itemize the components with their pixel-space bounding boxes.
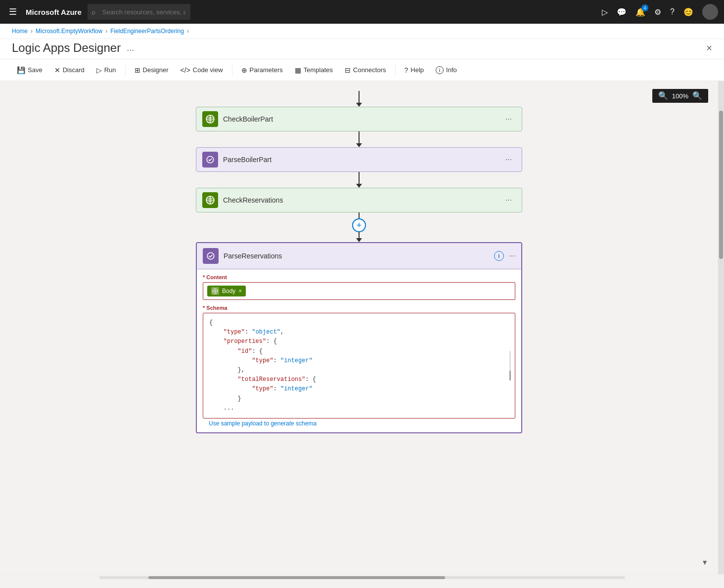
connector-arrow-3 [356, 172, 362, 188]
parameters-button[interactable]: ⊕ Parameters [236, 63, 288, 77]
help-icon: ? [405, 66, 408, 74]
canvas-scrollbar-thumb [719, 111, 723, 259]
smiley-icon[interactable]: 😊 [683, 7, 693, 17]
run-button[interactable]: ▷ Run [91, 63, 121, 77]
node-more-check-reservations[interactable]: ··· [501, 194, 516, 207]
templates-label: Templates [304, 66, 333, 74]
canvas-scroll-down[interactable]: ▼ [701, 558, 708, 566]
help-label: Help [410, 66, 424, 74]
zoom-in-button[interactable]: 🔍 [692, 92, 702, 100]
topbar: ☰ Microsoft Azure ⌕ ▷ 💬 🔔 4 ⚙ ? 😊 [0, 0, 724, 24]
node-more-parse-boiler[interactable]: ··· [501, 153, 516, 166]
bottom-scrollbar-thumb [148, 576, 445, 579]
toolbar-sep-2 [232, 64, 232, 76]
breadcrumb: Home › Microsoft.EmptyWorkflow › FieldEn… [0, 24, 724, 39]
node-icon-parse-boiler [202, 152, 218, 168]
code-line-1: "type": "object", [209, 328, 509, 337]
node-parse-boiler-part[interactable]: ParseBoilerPart ··· [196, 147, 522, 172]
breadcrumb-sep-3: › [187, 28, 189, 35]
discard-icon: ✕ [54, 66, 60, 74]
breadcrumb-parts[interactable]: FieldEngineerPartsOrdering [110, 28, 184, 35]
toolbar-sep-3 [395, 64, 396, 76]
help-button[interactable]: ? Help [400, 63, 429, 77]
code-line-5: }, [209, 366, 509, 375]
expanded-node-parse-reservations[interactable]: ParseReservations i ··· * Content [196, 242, 522, 433]
expanded-node-title: ParseReservations [224, 252, 494, 260]
schema-label: * Schema [203, 305, 515, 311]
zoom-controls: 🔍 100% 🔍 [652, 89, 708, 103]
node-title-parse-boiler: ParseBoilerPart [223, 156, 501, 164]
search-icon: ⌕ [91, 8, 95, 16]
parse-icon [206, 155, 215, 164]
expanded-node-icon [203, 248, 219, 264]
save-button[interactable]: 💾 Save [12, 63, 47, 77]
expanded-node-info-button[interactable]: i [494, 251, 504, 261]
code-view-label: Code view [193, 66, 223, 74]
add-step-button[interactable]: + [352, 218, 366, 232]
expanded-node-header: ParseReservations i ··· [197, 243, 521, 269]
body-icon [212, 288, 218, 294]
run-icon: ▷ [96, 66, 102, 74]
topbar-icons: ▷ 💬 🔔 4 ⚙ ? 😊 [602, 4, 718, 20]
discard-button[interactable]: ✕ Discard [49, 63, 90, 77]
content-section: * Content Body × [197, 269, 521, 305]
user-avatar[interactable] [702, 4, 718, 20]
schema-field[interactable]: { "type": "object", "properties": { "id"… [203, 313, 515, 419]
node-title-check-boiler: CheckBoilerPart [223, 115, 501, 123]
canvas[interactable]: 🔍 100% 🔍 CheckBoilerPart ··· [0, 81, 718, 574]
content-label: * Content [203, 274, 515, 280]
globe-icon-2 [206, 196, 215, 205]
node-more-check-boiler[interactable]: ··· [501, 113, 516, 126]
node-icon-check-boiler [202, 111, 218, 127]
content-tag-close-button[interactable]: × [238, 288, 242, 294]
code-line-3: "id": { [209, 347, 509, 356]
info-icon: i [436, 66, 444, 74]
settings-icon[interactable]: ⚙ [654, 7, 661, 17]
code-line-9: ... [209, 404, 509, 413]
globe-icon [206, 115, 215, 124]
node-check-reservations[interactable]: CheckReservations ··· [196, 188, 522, 212]
breadcrumb-sep-2: › [105, 28, 107, 35]
page-header: Logic Apps Designer ... × [0, 39, 724, 59]
content-tag-body: Body × [207, 286, 246, 296]
node-check-boiler-part[interactable]: CheckBoilerPart ··· [196, 107, 522, 131]
page-more-button[interactable]: ... [127, 43, 134, 57]
canvas-scrollbar[interactable] [718, 81, 724, 574]
code-line-4: "type": "integer" [209, 356, 509, 366]
designer-button[interactable]: ⊞ Designer [130, 63, 174, 77]
bottom-scrollbar[interactable] [0, 574, 724, 580]
breadcrumb-workflow[interactable]: Microsoft.EmptyWorkflow [36, 28, 102, 35]
run-label: Run [104, 66, 116, 74]
node-title-check-reservations: CheckReservations [223, 196, 501, 204]
content-tag-icon [211, 287, 219, 295]
code-icon: </> [181, 66, 190, 74]
connector-arrow-1 [356, 91, 362, 107]
canvas-wrapper: 🔍 100% 🔍 CheckBoilerPart ··· [0, 81, 724, 574]
templates-button[interactable]: ▦ Templates [290, 63, 338, 77]
hamburger-icon[interactable]: ☰ [6, 4, 20, 19]
connector-arrow-2 [356, 131, 362, 147]
notification-icon[interactable]: 🔔 4 [635, 7, 645, 17]
content-field[interactable]: Body × [203, 282, 515, 300]
search-wrapper: ⌕ [88, 4, 325, 20]
schema-code: { "type": "object", "properties": { "id"… [203, 313, 515, 418]
add-line-bottom [359, 232, 360, 238]
designer-icon: ⊞ [135, 66, 140, 74]
zoom-out-button[interactable]: 🔍 [658, 92, 668, 100]
info-button[interactable]: i Info [431, 63, 462, 77]
connectors-button[interactable]: ⊟ Connectors [340, 63, 391, 77]
feedback-icon[interactable]: 💬 [617, 7, 627, 17]
search-input[interactable] [88, 4, 190, 20]
templates-icon: ▦ [295, 66, 301, 74]
parameters-icon: ⊕ [241, 66, 247, 74]
expanded-node-more-button[interactable]: ··· [509, 252, 515, 260]
breadcrumb-home[interactable]: Home [12, 28, 28, 35]
terminal-icon[interactable]: ▷ [602, 7, 608, 17]
code-view-button[interactable]: </> Code view [176, 63, 228, 77]
code-line-7: "type": "integer" [209, 384, 509, 394]
app-name: Microsoft Azure [26, 8, 82, 16]
add-line-top [359, 212, 360, 218]
code-line-6: "totalReservations": { [209, 375, 509, 384]
page-close-button[interactable]: × [706, 42, 712, 58]
help-icon[interactable]: ? [670, 7, 675, 16]
